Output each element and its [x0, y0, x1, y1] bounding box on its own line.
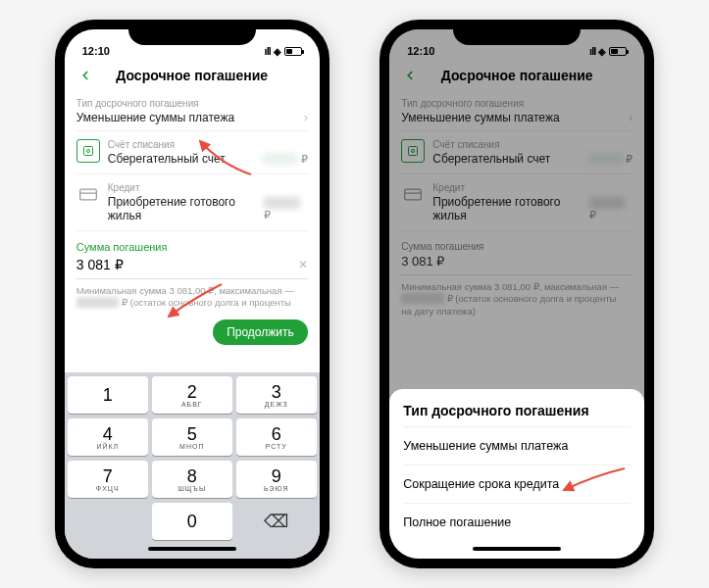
chevron-right-icon: › — [304, 111, 308, 124]
key-5[interactable]: 5МНОП — [152, 418, 232, 456]
key-backspace[interactable]: ⌫ — [236, 503, 317, 540]
credit-value: Приобретение готового жилья — [108, 195, 265, 222]
key-3[interactable]: 3ДЕЖЗ — [236, 376, 317, 414]
key-1[interactable]: 1 — [68, 376, 148, 414]
key-8[interactable]: 8ШЩЪЫ — [152, 461, 232, 498]
content-area: Тип досрочного погашения Уменьшение сумм… — [65, 92, 320, 372]
svg-rect-1 — [83, 147, 92, 156]
battery-icon — [284, 47, 302, 56]
sheet-option-reduce-payment[interactable]: Уменьшение суммы платежа — [403, 426, 631, 465]
key-6[interactable]: 6РСТУ — [236, 418, 317, 456]
notch — [453, 20, 581, 45]
repayment-type-field[interactable]: Тип досрочного погашения Уменьшение сумм… — [76, 92, 308, 131]
account-value: Сберегательный счет — [108, 152, 226, 166]
amount-input[interactable]: 3 081 ₽ — [76, 257, 124, 272]
status-time: 12:10 — [82, 45, 110, 57]
amount-label: Сумма погашения — [76, 241, 308, 253]
key-2[interactable]: 2АБВГ — [152, 376, 232, 414]
credit-icon — [76, 182, 100, 206]
continue-button[interactable]: Продолжить — [213, 319, 308, 345]
navbar: Досрочное погашение — [65, 59, 320, 92]
sheet-option-reduce-term[interactable]: Сокращение срока кредита — [403, 465, 631, 503]
home-indicator — [148, 547, 236, 551]
backspace-icon: ⌫ — [264, 511, 288, 532]
amount-input-row[interactable]: 3 081 ₽ ✕ — [76, 253, 308, 279]
clear-icon[interactable]: ✕ — [298, 258, 308, 271]
screen-right: 12:10 Досрочное погашение Тип досрочного… — [389, 29, 644, 559]
bottom-sheet: Тип досрочного погашения Уменьшение сумм… — [389, 389, 644, 559]
credit-row[interactable]: Кредит Приобретение готового жилья 0000 … — [76, 174, 308, 231]
wifi-icon — [274, 45, 281, 57]
account-balance: 0000 ₽ — [262, 153, 308, 166]
amount-hint: Минимальная сумма 3 081,00 ₽, максимальн… — [76, 279, 308, 316]
status-icons — [265, 45, 302, 57]
key-empty — [68, 503, 148, 540]
key-7[interactable]: 7ФХЦЧ — [68, 461, 148, 498]
account-icon — [76, 139, 100, 163]
home-indicator — [473, 547, 561, 551]
phone-right: 12:10 Досрочное погашение Тип досрочного… — [380, 20, 654, 568]
repayment-type-label: Тип досрочного погашения — [76, 98, 308, 109]
numeric-keyboard: 1 2АБВГ 3ДЕЖЗ 4ИЙКЛ 5МНОП 6РСТУ 7ФХЦЧ 8Ш… — [65, 372, 320, 559]
svg-rect-2 — [79, 189, 96, 200]
repayment-type-value: Уменьшение суммы платежа — [76, 111, 234, 124]
credit-label: Кредит — [108, 182, 308, 193]
key-4[interactable]: 4ИЙКЛ — [68, 418, 148, 456]
sheet-title: Тип досрочного погашения — [403, 403, 631, 418]
screen-left: 12:10 Досрочное погашение Тип досрочного… — [65, 29, 320, 559]
sheet-option-full-repayment[interactable]: Полное погашение — [403, 503, 631, 541]
credit-balance: 0000 ₽ — [264, 197, 307, 221]
page-title: Досрочное погашение — [73, 68, 312, 83]
notch — [128, 20, 256, 45]
signal-icon — [265, 45, 271, 57]
svg-point-0 — [86, 150, 89, 153]
key-0[interactable]: 0 — [152, 503, 232, 540]
account-row[interactable]: Счёт списания Сберегательный счет 0000 ₽ — [76, 131, 308, 174]
phone-left: 12:10 Досрочное погашение Тип досрочного… — [55, 20, 329, 568]
account-label: Счёт списания — [108, 139, 308, 150]
key-9[interactable]: 9ЬЭЮЯ — [236, 461, 317, 498]
